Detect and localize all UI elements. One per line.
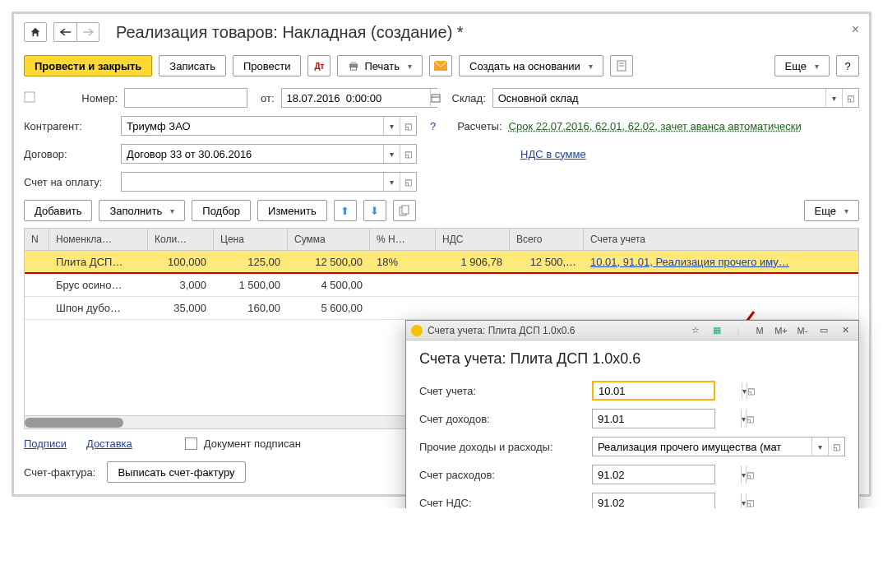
invoice-label: Счет на оплату: [24,176,114,188]
invoice-input[interactable]: ▾ ◱ [121,172,417,192]
svg-rect-8 [432,95,440,102]
table-row[interactable]: Брус осино… 3,000 1 500,00 4 500,00 [25,274,858,297]
star-icon[interactable]: ☆ [687,323,704,338]
open-icon[interactable]: ◱ [746,465,754,484]
svg-rect-2 [351,67,357,70]
pick-button[interactable]: Подбор [192,200,251,221]
issue-invoice-button[interactable]: Выписать счет-фактуру [107,461,245,483]
edit-button[interactable]: Изменить [257,200,327,221]
contract-input[interactable]: ▾ ◱ [121,144,417,164]
col-total[interactable]: Всего [510,229,584,250]
mail-button[interactable] [429,55,452,76]
open-icon[interactable]: ◱ [828,438,844,456]
vat-acct-input[interactable]: ▾ ◱ [592,493,715,508]
delivery-link[interactable]: Доставка [86,438,132,450]
attachment-button[interactable] [610,55,633,76]
add-row-button[interactable]: Добавить [24,200,92,221]
dropdown-icon[interactable]: ▾ [383,117,400,135]
mem-mminus[interactable]: M- [794,323,811,338]
popup-title: Счета учета: Плита ДСП 1.0x0.6 [419,350,845,368]
copy-button[interactable] [393,200,416,221]
sf-label: Счет-фактура: [24,466,95,479]
col-n[interactable]: N [25,229,49,250]
mem-m[interactable]: M [751,323,768,338]
doc-icon [24,91,39,105]
fill-button[interactable]: Заполнить [99,200,185,221]
doc-signed-checkbox[interactable] [185,438,197,450]
open-icon[interactable]: ◱ [400,117,416,135]
counterparty-input[interactable]: ▾ ◱ [121,116,417,136]
popup-titlebar[interactable]: Счета учета: Плита ДСП 1.0x0.6 ☆ ▦ | M M… [406,321,858,340]
popup-close[interactable]: ✕ [837,323,853,338]
print-button[interactable]: Печать [337,55,423,76]
dropdown-icon[interactable]: ▾ [825,89,842,107]
counterparty-label: Контрагент: [24,120,114,132]
col-qty[interactable]: Коли… [148,229,214,250]
date-input[interactable] [281,88,437,108]
dropdown-icon[interactable]: ▾ [383,173,400,191]
table-more-button[interactable]: Еще [804,200,859,221]
cell-qty: 100,000 [148,252,214,271]
create-based-on-button[interactable]: Создать на основании [459,55,603,76]
calc-label: Расчеты: [457,120,502,132]
calc-link[interactable]: Срок 22.07.2016, 62.01, 62.02, зачет ава… [509,120,802,132]
post-and-close-button[interactable]: Провести и закрыть [24,55,152,76]
svg-rect-1 [351,62,357,64]
calc-icon[interactable]: ▦ [709,323,725,338]
cell-nom: Плита ДСП… [49,252,148,271]
open-icon[interactable]: ◱ [400,173,416,191]
expense-input[interactable]: ▾ ◱ [592,465,715,484]
dtkt-button[interactable]: Дт [307,55,331,76]
number-label: Номер: [45,92,118,104]
window: × Реализация товаров: Накладная (создани… [12,12,871,497]
dropdown-icon[interactable]: ▾ [811,438,828,456]
dropdown-icon[interactable]: ▾ [383,145,400,163]
open-icon[interactable]: ◱ [842,89,858,107]
open-icon[interactable]: ◱ [746,410,754,428]
signatures-link[interactable]: Подписи [24,438,67,450]
titlebar: Реализация товаров: Накладная (создание)… [24,22,859,42]
col-nomenclature[interactable]: Номенкла… [49,229,148,250]
main-toolbar: Провести и закрыть Записать Провести Дт … [24,55,859,76]
help-small-icon[interactable]: ? [430,120,436,132]
number-input[interactable] [124,88,247,108]
table-toolbar: Добавить Заполнить Подбор Изменить ⬆ ⬇ Е… [24,200,859,221]
col-price[interactable]: Цена [214,229,288,250]
post-button[interactable]: Провести [233,55,302,76]
col-vat[interactable]: НДС [436,229,510,250]
other-input[interactable]: ▾ ◱ [592,437,845,456]
move-down-button[interactable]: ⬇ [363,200,386,221]
window-title: Реализация товаров: Накладная (создание)… [116,23,464,42]
svg-rect-11 [402,206,409,214]
more-button[interactable]: Еще [774,55,830,76]
help-button[interactable]: ? [836,55,859,76]
popup-minimize[interactable]: ▭ [816,323,832,338]
app-icon [411,325,423,336]
vat-link[interactable]: НДС в сумме [520,148,586,160]
income-input[interactable]: ▾ ◱ [592,409,715,428]
doc-signed-label: Документ подписан [204,438,301,450]
col-accounts[interactable]: Счета учета [584,229,858,250]
home-button[interactable] [24,22,47,42]
open-icon[interactable]: ◱ [400,145,416,163]
open-icon[interactable]: ◱ [747,382,755,399]
save-button[interactable]: Записать [159,55,226,76]
col-sum[interactable]: Сумма [288,229,370,250]
move-up-button[interactable]: ⬆ [334,200,357,221]
mem-mplus[interactable]: M+ [773,323,789,338]
table-row[interactable]: Шпон дубо… 35,000 160,00 5 600,00 [25,297,858,320]
acct-input[interactable]: ▾ ◱ [592,381,715,400]
date-label: от: [261,92,275,104]
expense-label: Счет расходов: [419,469,584,481]
close-button[interactable]: × [852,22,859,37]
forward-button[interactable] [76,22,99,42]
accounts-link[interactable]: 10.01, 91.01, Реализация прочего иму… [590,256,789,268]
calendar-icon[interactable] [430,89,441,107]
open-icon[interactable]: ◱ [746,493,754,508]
col-vat-rate[interactable]: % Н… [370,229,436,250]
income-label: Счет доходов: [419,413,584,425]
back-button[interactable] [53,22,76,42]
warehouse-input[interactable]: ▾ ◱ [492,88,859,108]
popup-window-title: Счета учета: Плита ДСП 1.0x0.6 [428,325,575,336]
table-row[interactable]: Плита ДСП… 100,000 125,00 12 500,00 18% … [25,251,858,274]
